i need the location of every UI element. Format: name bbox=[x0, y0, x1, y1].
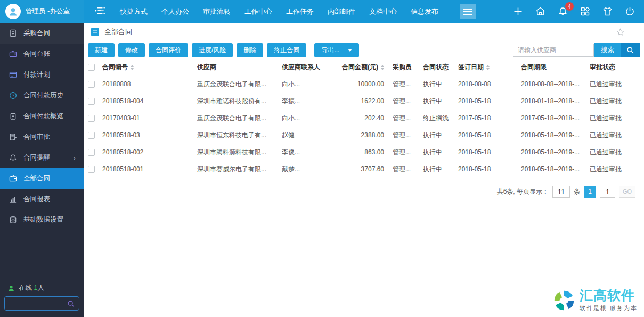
toolbar-button[interactable]: 终止合同 bbox=[267, 43, 306, 57]
page-size-input[interactable] bbox=[552, 186, 570, 198]
search-icon[interactable] bbox=[67, 300, 79, 307]
toolbar-button[interactable]: 进度/风险 bbox=[192, 43, 233, 57]
sidebar-search bbox=[4, 296, 79, 311]
row-checkbox[interactable] bbox=[88, 132, 95, 139]
toolbar-button[interactable]: 合同评价 bbox=[149, 43, 188, 57]
user-profile[interactable]: 管理员 -办公室 bbox=[0, 0, 84, 23]
cell-status: 终止搁浅 bbox=[423, 110, 458, 127]
theme-shirt-icon[interactable] bbox=[602, 6, 613, 17]
column-header[interactable]: 合同金额(元) bbox=[335, 59, 393, 76]
advanced-search-button[interactable] bbox=[621, 43, 640, 57]
sidebar-item[interactable]: 付款计划 bbox=[0, 64, 84, 85]
table-row[interactable]: 20180808重庆金茂联合电子有限...向小...10000.00管理...执… bbox=[88, 76, 640, 93]
export-button[interactable]: 导出... bbox=[314, 43, 359, 57]
sidebar-item[interactable]: 合同报表 bbox=[0, 189, 84, 210]
cell-contact: 李振... bbox=[282, 93, 335, 110]
wallet-icon bbox=[9, 50, 17, 58]
nav-item[interactable]: 工作中心 bbox=[244, 7, 272, 16]
cell-supplier: 深圳市雅诺科技股份有... bbox=[197, 93, 282, 110]
row-checkbox[interactable] bbox=[88, 81, 95, 88]
cell-sign_date: 2017-05-18 bbox=[458, 110, 521, 127]
supplier-search-input[interactable] bbox=[513, 44, 594, 57]
sidebar-item[interactable]: 基础数据设置 bbox=[0, 210, 84, 230]
sidebar-item[interactable]: 全部合同 bbox=[0, 168, 84, 189]
row-checkbox[interactable] bbox=[88, 98, 95, 105]
sidebar-item[interactable]: 合同提醒 bbox=[0, 147, 84, 168]
sort-arrows-icon[interactable] bbox=[486, 65, 490, 70]
card-icon bbox=[9, 71, 17, 79]
nav-item[interactable]: 审批流转 bbox=[203, 7, 231, 16]
cell-supplier: 重庆金茂联合电子有限... bbox=[197, 110, 282, 127]
toolbar-button[interactable]: 修改 bbox=[118, 43, 145, 57]
row-checkbox[interactable] bbox=[88, 166, 95, 173]
nav-item[interactable]: 文档中心 bbox=[369, 7, 397, 16]
cell-contact: 向小... bbox=[282, 76, 335, 93]
cell-amount: 1622.00 bbox=[335, 93, 393, 110]
nav-list-icon[interactable] bbox=[94, 6, 106, 17]
table-body: 20180808重庆金茂联合电子有限...向小...10000.00管理...执… bbox=[88, 76, 640, 178]
cell-approval: 已通过审批 bbox=[590, 93, 640, 110]
sort-arrows-icon[interactable] bbox=[381, 65, 384, 70]
cell-supplier: 重庆金茂联合电子有限... bbox=[197, 76, 282, 93]
apps-grid-icon[interactable] bbox=[580, 6, 591, 17]
search-button[interactable]: 搜索 bbox=[594, 43, 621, 57]
cell-sign_date: 2018-05-18 bbox=[458, 144, 521, 161]
cell-contact: 李俊... bbox=[282, 144, 335, 161]
row-checkbox[interactable] bbox=[88, 149, 95, 156]
cell-id: 20170403-01 bbox=[102, 110, 197, 127]
nav-item[interactable]: 快捷方式 bbox=[120, 7, 148, 16]
table-row[interactable]: 20180518-004深圳市雅诺科技股份有...李振...1622.00管理.… bbox=[88, 93, 640, 110]
vendor-tagline: 软件是根 服务为本 bbox=[580, 304, 638, 312]
table-row[interactable]: 20180518-002深圳市腾科源科技有限...李俊...863.00管理..… bbox=[88, 144, 640, 161]
sort-arrows-icon[interactable] bbox=[131, 65, 134, 70]
cell-period: 2018-05-18--2019-... bbox=[521, 161, 590, 178]
pagination-total: 共6条, 每页显示： bbox=[497, 187, 549, 196]
column-header[interactable]: 签订日期 bbox=[458, 59, 521, 76]
toolbar-button[interactable]: 删除 bbox=[237, 43, 263, 57]
nav-item[interactable]: 内部邮件 bbox=[328, 7, 355, 16]
favorite-star-icon[interactable] bbox=[616, 28, 625, 37]
cell-status: 执行中 bbox=[423, 161, 458, 178]
cell-buyer: 管理... bbox=[393, 144, 423, 161]
sidebar-item-label: 合同台账 bbox=[23, 49, 50, 59]
goto-page-input[interactable] bbox=[600, 186, 615, 198]
sidebar-item[interactable]: 合同台账 bbox=[0, 44, 84, 64]
nav-item[interactable]: 信息发布 bbox=[411, 7, 438, 16]
hamburger-menu-button[interactable] bbox=[460, 4, 476, 19]
cell-sign_date: 2018-05-18 bbox=[458, 161, 521, 178]
cell-supplier: 深圳市腾科源科技有限... bbox=[197, 144, 282, 161]
table-row[interactable]: 20180518-03深圳市恒东科技电子有...赵健2388.00管理...执行… bbox=[88, 127, 640, 144]
row-checkbox[interactable] bbox=[88, 115, 95, 122]
add-icon[interactable] bbox=[512, 6, 524, 17]
vendor-name: 汇高软件 bbox=[580, 289, 638, 302]
cell-period: 2018-01-18--2018-... bbox=[521, 93, 590, 110]
sidebar-search-input[interactable] bbox=[5, 300, 67, 307]
notification-badge: 4 bbox=[565, 2, 574, 11]
sidebar-item[interactable]: 合同付款历史 bbox=[0, 85, 84, 106]
power-logout-icon[interactable] bbox=[624, 6, 635, 17]
table-row[interactable]: 20170403-01重庆金茂联合电子有限...向小...202.40管理...… bbox=[88, 110, 640, 127]
toolbar-button[interactable]: 新建 bbox=[88, 43, 115, 57]
current-page-button[interactable]: 1 bbox=[584, 186, 596, 198]
topbar: 管理员 -办公室 快捷方式个人办公审批流转工作中心工作任务内部邮件文档中心信息发… bbox=[0, 0, 644, 23]
cell-amount: 202.40 bbox=[335, 110, 393, 127]
nav-item[interactable]: 工作任务 bbox=[286, 7, 314, 16]
table-header-row: 合同编号供应商供应商联系人合同金额(元)采购员合同状态签订日期合同期限审批状态 bbox=[88, 59, 640, 76]
select-all-checkbox[interactable] bbox=[88, 64, 95, 71]
chart-icon bbox=[9, 195, 17, 203]
sidebar-item[interactable]: 合同审批 bbox=[0, 127, 84, 147]
go-button[interactable]: GO bbox=[619, 186, 635, 198]
page-title: 全部合同 bbox=[104, 27, 132, 37]
sidebar-item[interactable]: 采购合同 bbox=[0, 23, 84, 44]
sidebar-item-label: 合同提醒 bbox=[23, 153, 50, 162]
nav-item[interactable]: 个人办公 bbox=[161, 7, 189, 16]
column-header[interactable]: 合同编号 bbox=[102, 59, 197, 76]
sidebar-item[interactable]: 合同付款概览 bbox=[0, 106, 84, 127]
table-row[interactable]: 20180518-001深圳市赛威尔电子有限...戴楚...3707.60管理.… bbox=[88, 161, 640, 178]
cell-id: 20180518-001 bbox=[102, 161, 197, 178]
cell-status: 执行中 bbox=[423, 76, 458, 93]
notifications-bell-icon[interactable]: 4 bbox=[557, 6, 568, 17]
cell-amount: 863.00 bbox=[335, 144, 393, 161]
home-icon[interactable] bbox=[535, 6, 546, 17]
cell-status: 执行中 bbox=[423, 93, 458, 110]
